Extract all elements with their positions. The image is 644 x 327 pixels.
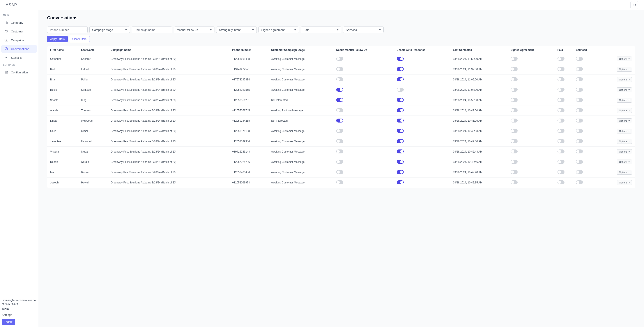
campaign-stage-filter[interactable]: Campaign stage: [89, 27, 130, 33]
serviced-filter[interactable]: Serviced: [343, 27, 384, 33]
toggle-switch[interactable]: [336, 149, 343, 153]
toggle-switch[interactable]: [510, 129, 518, 133]
toggle-switch[interactable]: [558, 170, 564, 174]
toggle-switch[interactable]: [558, 180, 564, 184]
options-button[interactable]: Options: [616, 170, 632, 175]
toggle-switch[interactable]: [336, 160, 343, 164]
toggle-switch[interactable]: [576, 119, 583, 123]
toggle-switch[interactable]: [336, 77, 343, 81]
settings-link[interactable]: Settings: [2, 312, 36, 318]
toggle-switch[interactable]: [576, 108, 583, 112]
toggle-switch[interactable]: [558, 67, 564, 71]
options-button[interactable]: Options: [616, 160, 632, 164]
sidebar-item-campaign[interactable]: Campaign: [1, 36, 37, 44]
toggle-switch[interactable]: [510, 119, 518, 123]
toggle-switch[interactable]: [336, 180, 343, 184]
phone-number-filter[interactable]: [47, 27, 88, 33]
toggle-switch[interactable]: [336, 67, 343, 71]
toggle-switch[interactable]: [558, 108, 564, 112]
toggle-switch[interactable]: [397, 77, 404, 81]
toggle-switch[interactable]: [510, 139, 518, 143]
options-button[interactable]: Options: [616, 67, 632, 72]
toggle-switch[interactable]: [336, 88, 343, 92]
toggle-switch[interactable]: [336, 119, 343, 123]
toggle-switch[interactable]: [558, 119, 564, 123]
toggle-switch[interactable]: [397, 57, 404, 61]
toggle-switch[interactable]: [558, 98, 564, 102]
toggle-switch[interactable]: [558, 88, 564, 92]
sidebar-item-customer[interactable]: Customer: [1, 27, 37, 36]
options-button[interactable]: Options: [616, 88, 632, 92]
manual-follow-up-filter[interactable]: Manual follow up: [174, 27, 214, 33]
toggle-switch[interactable]: [576, 67, 583, 71]
team-link[interactable]: Team: [2, 306, 36, 312]
options-button[interactable]: Options: [616, 180, 632, 185]
toggle-switch[interactable]: [576, 160, 583, 164]
toggle-switch[interactable]: [510, 57, 518, 61]
toggle-switch[interactable]: [397, 67, 404, 71]
apply-filters-button[interactable]: Apply Filters: [47, 36, 68, 42]
toggle-switch[interactable]: [397, 108, 404, 112]
toggle-switch[interactable]: [336, 108, 343, 112]
options-button[interactable]: Options: [616, 77, 632, 82]
sidebar-item-statistics[interactable]: Statistics: [1, 54, 37, 62]
col-paid[interactable]: Paid: [556, 46, 574, 54]
col-last-contacted[interactable]: Last Contacted: [451, 46, 509, 54]
toggle-switch[interactable]: [397, 160, 404, 164]
toggle-switch[interactable]: [558, 129, 564, 133]
paid-filter[interactable]: Paid: [301, 27, 341, 33]
fullscreen-button[interactable]: [630, 1, 638, 9]
toggle-switch[interactable]: [576, 180, 583, 184]
campaign-name-filter[interactable]: [132, 27, 172, 33]
toggle-switch[interactable]: [558, 139, 564, 143]
toggle-switch[interactable]: [576, 88, 583, 92]
col-signed-agreement[interactable]: Signed Agreement: [509, 46, 556, 54]
toggle-switch[interactable]: [510, 77, 518, 81]
toggle-switch[interactable]: [336, 98, 343, 102]
clear-filters-button[interactable]: Clear Filters: [69, 36, 90, 42]
toggle-switch[interactable]: [510, 98, 518, 102]
toggle-switch[interactable]: [397, 119, 404, 123]
col-needs-manual-follow-up[interactable]: Needs Manual Follow Up: [334, 46, 395, 54]
options-button[interactable]: Options: [616, 129, 632, 133]
toggle-switch[interactable]: [576, 170, 583, 174]
signed-agreement-filter[interactable]: Signed agreement: [258, 27, 299, 33]
toggle-switch[interactable]: [510, 180, 518, 184]
col-campaign-name[interactable]: Campaign Name: [109, 46, 230, 54]
col-serviced[interactable]: Serviced: [574, 46, 600, 54]
toggle-switch[interactable]: [558, 57, 564, 61]
toggle-switch[interactable]: [336, 129, 343, 133]
toggle-switch[interactable]: [510, 88, 518, 92]
toggle-switch[interactable]: [397, 149, 404, 153]
toggle-switch[interactable]: [510, 170, 518, 174]
options-button[interactable]: Options: [616, 149, 632, 154]
toggle-switch[interactable]: [336, 139, 343, 143]
toggle-switch[interactable]: [397, 170, 404, 174]
options-button[interactable]: Options: [616, 139, 632, 144]
col-last-name[interactable]: Last Name: [79, 46, 109, 54]
toggle-switch[interactable]: [397, 139, 404, 143]
toggle-switch[interactable]: [576, 77, 583, 81]
toggle-switch[interactable]: [558, 149, 564, 153]
options-button[interactable]: Options: [616, 98, 632, 103]
toggle-switch[interactable]: [576, 57, 583, 61]
toggle-switch[interactable]: [576, 149, 583, 153]
col-phone-number[interactable]: Phone Number: [230, 46, 270, 54]
toggle-switch[interactable]: [558, 77, 564, 81]
col-customer-campaign-stage[interactable]: Customer Campaign Stage: [270, 46, 334, 54]
col-enable-auto-response[interactable]: Enable Auto Response: [395, 46, 451, 54]
toggle-switch[interactable]: [510, 160, 518, 164]
toggle-switch[interactable]: [336, 170, 343, 174]
options-button[interactable]: Options: [616, 57, 632, 61]
strong-buy-intent-filter[interactable]: Strong buy intent: [216, 27, 257, 33]
toggle-switch[interactable]: [336, 57, 343, 61]
options-button[interactable]: Options: [616, 108, 632, 113]
sidebar-item-conversations[interactable]: Conversations: [1, 45, 37, 53]
toggle-switch[interactable]: [397, 88, 404, 92]
toggle-switch[interactable]: [510, 108, 518, 112]
toggle-switch[interactable]: [558, 160, 564, 164]
sidebar-item-configuration[interactable]: Configuration: [1, 68, 37, 77]
logout-button[interactable]: Logout: [2, 319, 15, 325]
toggle-switch[interactable]: [397, 98, 404, 102]
sidebar-item-company[interactable]: Company: [1, 19, 37, 27]
